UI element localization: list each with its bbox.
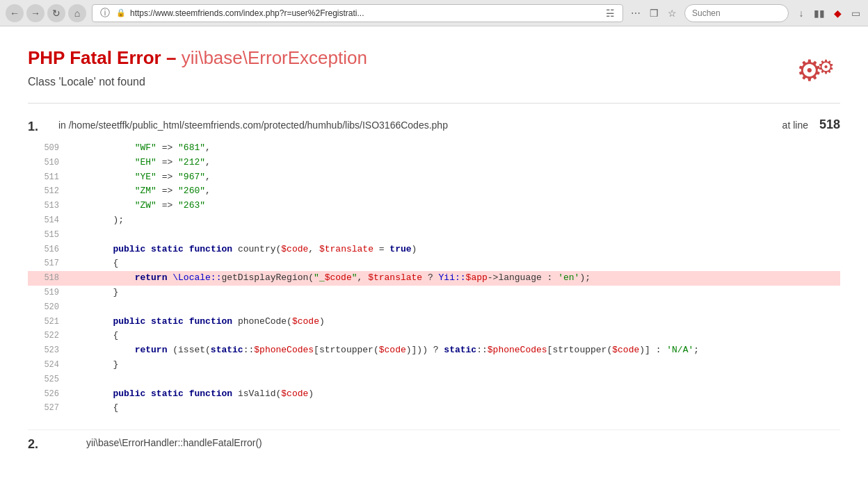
line-content: public static function phoneCode($code): [70, 315, 325, 329]
reader-icon: ☵: [603, 6, 617, 20]
line-content: public static function isValid($code): [70, 387, 314, 402]
error-title-text: PHP Fatal Error: [28, 47, 161, 68]
line-number: 518: [42, 272, 70, 285]
line-number: 519: [42, 286, 70, 300]
code-line: 511 "YE" => "967",: [28, 170, 840, 185]
line-number: 514: [42, 214, 70, 227]
trace-entry-1: 1. in /home/steetffk/public_html/steemfr…: [28, 117, 840, 416]
line-number: 516: [42, 243, 70, 256]
home-button[interactable]: ⌂: [68, 4, 86, 22]
pocket-icon[interactable]: ❒: [647, 6, 661, 20]
page-content: PHP Fatal Error – yii\base\ErrorExceptio…: [0, 26, 868, 499]
line-number: 511: [42, 171, 70, 184]
fullscreen-icon[interactable]: ▭: [849, 6, 862, 20]
error-subtitle: Class 'Locale' not found: [28, 76, 367, 88]
browser-toolbar: ← → ↻ ⌂ ⓘ 🔒 https://www.steemfriends.com…: [0, 0, 868, 26]
back-button[interactable]: ←: [6, 4, 24, 22]
code-line: 520: [28, 300, 840, 315]
error-title: PHP Fatal Error – yii\base\ErrorExceptio…: [28, 47, 367, 69]
trace-content-2: yii\base\ErrorHandler::handleFatalError(…: [86, 437, 262, 448]
code-line: 512 "ZM" => "260",: [28, 184, 840, 199]
line-number: 515: [42, 229, 70, 242]
line-content: return \Locale::getDisplayRegion("_$code…: [70, 271, 590, 286]
download-icon[interactable]: ↓: [794, 6, 808, 20]
header-divider: [28, 103, 840, 104]
line-number: 510: [42, 156, 70, 170]
line-number: 526: [42, 388, 70, 401]
code-line: 521 public static function phoneCode($co…: [28, 315, 840, 329]
at-line-label: at line: [782, 120, 808, 131]
trace-location-1: in /home/steetffk/public_html/steemfrien…: [58, 120, 448, 131]
line-content: {: [70, 256, 118, 271]
code-line: 517 {: [28, 256, 840, 271]
line-content: "EH" => "212",: [70, 156, 211, 170]
line-number: 520: [42, 301, 70, 314]
refresh-button[interactable]: ↻: [47, 4, 65, 22]
code-line: 526 public static function isValid($code…: [28, 387, 840, 402]
code-line: 525: [28, 373, 840, 387]
info-icon: ⓘ: [98, 6, 112, 20]
code-line: 527 {: [28, 401, 840, 416]
lock-icon: 🔒: [116, 8, 126, 17]
code-line: 514 );: [28, 213, 840, 228]
line-content: {: [70, 329, 118, 343]
brand-icon: ◆: [830, 6, 844, 20]
line-content: );: [70, 213, 124, 228]
line-content: "ZM" => "260",: [70, 184, 211, 199]
line-content: "ZW" => "263": [70, 199, 205, 213]
line-content: [70, 373, 75, 387]
code-line: 516 public static function country($code…: [28, 243, 840, 257]
line-number: 521: [42, 316, 70, 329]
line-content: }: [70, 358, 118, 373]
code-line: 518 return \Locale::getDisplayRegion("_$…: [28, 271, 840, 286]
browser-action-icons: ⋯ ❒ ☆: [629, 6, 679, 20]
menu-dots-icon[interactable]: ⋯: [629, 6, 643, 20]
line-content: "YE" => "967",: [70, 170, 211, 185]
trace-number-1: 1.: [28, 120, 56, 134]
line-number: 525: [42, 373, 70, 386]
forward-button[interactable]: →: [26, 4, 45, 22]
url-text: https://www.steemfriends.com/index.php?r…: [130, 8, 599, 18]
line-content: }: [70, 286, 118, 300]
code-line: 522 {: [28, 329, 840, 343]
trace-entry-1-header: 1. in /home/steetffk/public_html/steemfr…: [28, 117, 840, 134]
line-content: {: [70, 401, 118, 416]
line-number: 523: [42, 344, 70, 357]
search-input[interactable]: [684, 4, 789, 22]
error-separator: –: [166, 47, 182, 68]
line-content: [70, 300, 75, 315]
exception-class: yii\base\ErrorException: [182, 47, 367, 68]
history-icon[interactable]: ▮▮: [812, 6, 826, 20]
code-block-1: 509 "WF" => "681",510 "EH" => "212",511 …: [28, 141, 840, 416]
line-number: 517: [42, 257, 70, 270]
code-line: 513 "ZW" => "263": [28, 199, 840, 213]
gears-icon: ⚙⚙: [796, 47, 840, 89]
trace-number-2: 2.: [28, 437, 56, 452]
line-number: 522: [42, 329, 70, 343]
trace-entry-1-right: at line 518: [782, 117, 840, 132]
code-line: 524 }: [28, 358, 840, 373]
code-line: 515: [28, 228, 840, 243]
line-number: 512: [42, 185, 70, 198]
error-info: PHP Fatal Error – yii\base\ErrorExceptio…: [28, 47, 367, 88]
line-number: 527: [42, 402, 70, 415]
code-line: 523 return (isset(static::$phoneCodes[st…: [28, 343, 840, 358]
nav-buttons: ← → ↻ ⌂: [6, 4, 86, 22]
line-content: [70, 228, 75, 243]
line-number: 524: [42, 359, 70, 372]
trace-entry-2: 2. yii\base\ErrorHandler::handleFatalErr…: [28, 430, 840, 452]
error-header: PHP Fatal Error – yii\base\ErrorExceptio…: [28, 47, 840, 89]
trace-line-number: 518: [819, 117, 840, 132]
code-line: 519 }: [28, 286, 840, 300]
line-content: public static function country($code, $t…: [70, 243, 417, 257]
code-line: 510 "EH" => "212",: [28, 156, 840, 170]
line-number: 513: [42, 199, 70, 213]
line-number: 509: [42, 142, 70, 155]
trace-entry-1-left: 1. in /home/steetffk/public_html/steemfr…: [28, 120, 448, 134]
line-content: "WF" => "681",: [70, 141, 211, 156]
address-bar[interactable]: ⓘ 🔒 https://www.steemfriends.com/index.p…: [92, 4, 623, 22]
browser-right-icons: ↓ ▮▮ ◆ ▭: [794, 6, 862, 20]
bookmark-icon[interactable]: ☆: [665, 6, 679, 20]
line-content: return (isset(static::$phoneCodes[strtou…: [70, 343, 699, 358]
code-line: 509 "WF" => "681",: [28, 141, 840, 156]
